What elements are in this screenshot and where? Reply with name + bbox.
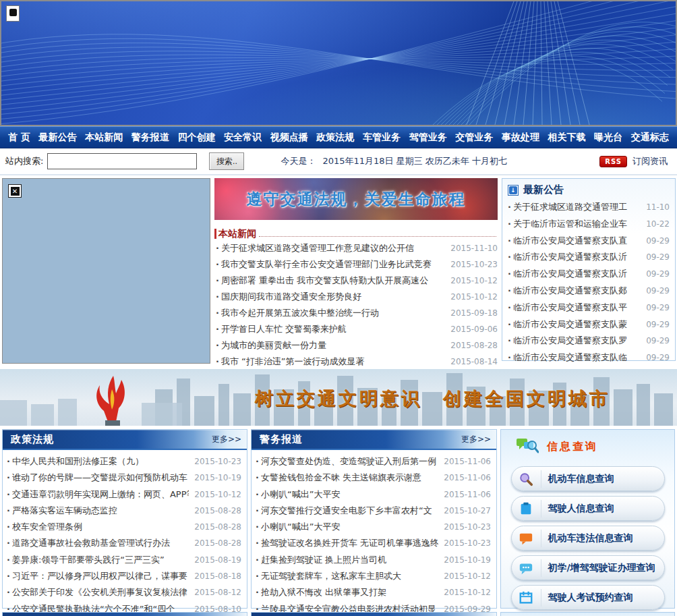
nav-item[interactable]: 曝光台 xyxy=(593,132,624,144)
list-item[interactable]: 河东交警推行交通安全电影下乡丰富农村“文2015-10-27 xyxy=(254,503,491,519)
article-link[interactable]: 捡驾驶证改名换姓开货车 无证司机肇事逃逸终 xyxy=(261,535,438,551)
nav-item[interactable]: 本站新闻 xyxy=(84,132,124,144)
list-item[interactable]: 临沂市公安局交通警察支队临09-29 xyxy=(506,349,670,366)
article-link[interactable]: 道路交通事故社会救助基金管理试行办法 xyxy=(12,535,189,551)
article-link[interactable]: 关于临沂市运管和运输企业车 xyxy=(513,216,641,232)
list-item[interactable]: 公安部关于印发《公安机关刑事复议复核法律2015-08-12 xyxy=(5,584,241,600)
list-item[interactable]: 开学首日人车忙 交警蜀黍来护航2015-09-06 xyxy=(214,321,498,337)
subscribe-link[interactable]: 订阅资讯 xyxy=(632,155,668,167)
nav-item[interactable]: 视频点播 xyxy=(269,132,310,144)
list-item[interactable]: 严格落实客运车辆动态监控2015-08-28 xyxy=(5,503,241,519)
article-link[interactable]: 临沂市公安局交通警察支队平 xyxy=(513,300,641,316)
nav-item[interactable]: 政策法规 xyxy=(315,132,355,144)
nav-item[interactable]: 相关下载 xyxy=(547,132,587,144)
nav-item[interactable]: 驾管业务 xyxy=(408,132,448,144)
list-item[interactable]: 国庆期间我市道路交通安全形势良好2015-10-12 xyxy=(214,289,498,305)
list-item[interactable]: 姜异康:领导干部要带头践行“三严三实”2015-08-19 xyxy=(5,552,241,568)
list-item[interactable]: 抢劫入狱不悔改 出狱肇事又打架2015-10-12 xyxy=(254,584,491,600)
list-item[interactable]: 小喇叭“喊出”大平安2015-11-06 xyxy=(254,486,491,503)
article-link[interactable]: 抢劫入狱不悔改 出狱肇事又打架 xyxy=(261,584,438,600)
list-item[interactable]: 关于征求城区道路交通管理工作意见建议的公开信2015-11-10 xyxy=(214,240,498,256)
article-link[interactable]: 公安部关于印发《公安机关刑事复议复核法律 xyxy=(12,584,189,600)
article-date: 2015-08-28 xyxy=(194,536,241,551)
article-link[interactable]: 为城市的美丽贡献一份力量 xyxy=(221,337,445,353)
article-link[interactable]: 国庆期间我市道路交通安全形势良好 xyxy=(221,289,445,304)
query-button[interactable]: 初学/增驾驾驶证办理查询 xyxy=(511,555,665,580)
article-link[interactable]: 严格落实客运车辆动态监控 xyxy=(12,503,189,518)
article-link[interactable]: 临沂市公安局交通警察支队蒙 xyxy=(513,316,641,333)
article-link[interactable]: 无证驾驶套牌车，这私家车主胆忒大 xyxy=(261,568,438,584)
list-item[interactable]: 交通违章罚款明年实现网上缴纳：网页、APP等2015-10-12 xyxy=(5,486,241,503)
article-link[interactable]: 校车安全管理条例 xyxy=(12,519,189,534)
list-item[interactable]: 谁动了你的号牌——交警提示如何预防机动车2015-10-19 xyxy=(5,470,241,486)
article-link[interactable]: 谁动了你的号牌——交警提示如何预防机动车 xyxy=(12,470,189,485)
article-link[interactable]: 小喇叭“喊出”大平安 xyxy=(261,486,438,502)
rss-icon[interactable]: RSS xyxy=(599,156,627,167)
list-item[interactable]: 我市今起开展第五波次集中整治统一行动2015-09-18 xyxy=(214,305,498,321)
query-button[interactable]: 驾驶人信息查询 xyxy=(511,496,665,521)
article-link[interactable]: 我市 “打非治违”第一波行动成效显著 xyxy=(221,354,445,369)
article-link[interactable]: 临沂市公安局交通警察支队沂 xyxy=(513,249,641,265)
list-item[interactable]: 为城市的美丽贡献一份力量2015-08-28 xyxy=(214,337,498,354)
nav-item[interactable]: 安全常识 xyxy=(223,132,263,144)
list-item[interactable]: 中华人民共和国刑法修正案（九）2015-10-23 xyxy=(5,453,241,470)
list-item[interactable]: 临沂市公安局交通警察支队沂09-29 xyxy=(506,266,670,283)
list-item[interactable]: 我市交警支队举行全市公安交通管理部门业务比武竞赛2015-10-23 xyxy=(214,256,498,273)
article-link[interactable]: 临沂市公安局交通警察支队郯 xyxy=(513,283,641,299)
list-item[interactable]: 我市 “打非治违”第一波行动成效显著2015-08-14 xyxy=(214,354,498,370)
list-item[interactable]: 临沂市公安局交通警察支队直09-29 xyxy=(506,233,670,250)
list-item[interactable]: 赶集捡到驾驶证 换上照片当司机2015-10-19 xyxy=(254,552,491,568)
nav-item[interactable]: 车管业务 xyxy=(361,132,402,144)
police-news-more-link[interactable]: 更多>> xyxy=(461,434,491,445)
nav-item[interactable]: 首 页 xyxy=(7,132,32,144)
list-item[interactable]: 临沂市公安局交通警察支队蒙09-29 xyxy=(506,316,670,333)
nav-item[interactable]: 警务报道 xyxy=(130,132,171,144)
list-item[interactable]: 习近平：严以修身严以用权严以律己，谋事要2015-08-18 xyxy=(5,568,241,584)
list-item[interactable]: 小喇叭“喊出”大平安2015-10-23 xyxy=(254,519,491,535)
article-link[interactable]: 女警捡钱包拾金不昧 失主送锦旗表示谢意 xyxy=(261,470,438,485)
article-link[interactable]: 关于征求城区道路交通管理工 xyxy=(513,199,641,215)
list-item[interactable]: 捡驾驶证改名换姓开货车 无证司机肇事逃逸终2015-10-23 xyxy=(254,535,491,551)
article-link[interactable]: 习近平：严以修身严以用权严以律己，谋事要 xyxy=(12,568,189,584)
article-link[interactable]: 河东交警查处伪造、变造驾驶证入刑后第一例 xyxy=(261,453,438,469)
article-date: 11-10 xyxy=(646,200,670,216)
article-link[interactable]: 临沂市公安局交通警察支队罗 xyxy=(513,333,641,349)
list-item[interactable]: 河东交警查处伪造、变造驾驶证入刑后第一例2015-11-06 xyxy=(254,453,491,470)
article-link[interactable]: 赶集捡到驾驶证 换上照片当司机 xyxy=(261,552,438,567)
nav-item[interactable]: 事故处理 xyxy=(500,132,541,144)
nav-item[interactable]: 四个创建 xyxy=(176,132,216,144)
nav-item[interactable]: 交管业务 xyxy=(454,132,494,144)
list-item[interactable]: 临沂市公安局交通警察支队沂09-29 xyxy=(506,249,670,266)
article-link[interactable]: 开学首日人车忙 交警蜀黍来护航 xyxy=(221,321,445,337)
query-button[interactable]: 机动车违法信息查询 xyxy=(511,526,665,551)
list-item[interactable]: 关于征求城区道路交通管理工11-10 xyxy=(506,199,670,216)
list-item[interactable]: 关于临沂市运管和运输企业车10-22 xyxy=(506,216,670,233)
list-item[interactable]: 周密部署 重拳出击 我市交警支队特勤大队开展高速公2015-10-12 xyxy=(214,273,498,289)
article-link[interactable]: 我市今起开展第五波次集中整治统一行动 xyxy=(221,305,445,320)
list-item[interactable]: 临沂市公安局交通警察支队平09-29 xyxy=(506,300,670,316)
nav-item[interactable]: 交通标志 xyxy=(630,132,670,144)
list-item[interactable]: 临沂市公安局交通警察支队罗09-29 xyxy=(506,333,670,349)
article-link[interactable]: 交通违章罚款明年实现网上缴纳：网页、APP等 xyxy=(12,486,189,502)
nav-item[interactable]: 最新公告 xyxy=(38,132,78,144)
article-link[interactable]: 河东交警推行交通安全电影下乡丰富农村“文 xyxy=(261,503,438,518)
article-link[interactable]: 关于征求城区道路交通管理工作意见建议的公开信 xyxy=(221,240,445,256)
query-button[interactable]: 驾驶人考试预约查询 xyxy=(511,585,665,610)
article-link[interactable]: 周密部署 重拳出击 我市交警支队特勤大队开展高速公 xyxy=(221,273,445,288)
article-link[interactable]: 临沂市公安局交通警察支队直 xyxy=(513,233,641,249)
search-input[interactable] xyxy=(47,153,197,169)
list-item[interactable]: 无证驾驶套牌车，这私家车主胆忒大2015-10-12 xyxy=(254,568,491,584)
list-item[interactable]: 女警捡钱包拾金不昧 失主送锦旗表示谢意2015-11-06 xyxy=(254,470,491,486)
list-item[interactable]: 临沂市公安局交通警察支队郯09-29 xyxy=(506,283,670,300)
article-link[interactable]: 中华人民共和国刑法修正案（九） xyxy=(12,453,189,469)
list-item[interactable]: 道路交通事故社会救助基金管理试行办法2015-08-28 xyxy=(5,535,241,551)
policy-more-link[interactable]: 更多>> xyxy=(212,434,241,445)
article-link[interactable]: 我市交警支队举行全市公安交通管理部门业务比武竞赛 xyxy=(221,256,445,272)
list-item[interactable]: 校车安全管理条例2015-08-28 xyxy=(5,519,241,535)
article-link[interactable]: 临沂市公安局交通警察支队临 xyxy=(513,349,641,366)
search-button[interactable]: 搜索.. xyxy=(209,152,244,170)
article-link[interactable]: 临沂市公安局交通警察支队沂 xyxy=(513,266,641,282)
article-link[interactable]: 小喇叭“喊出”大平安 xyxy=(261,519,438,534)
article-link[interactable]: 姜异康:领导干部要带头践行“三严三实” xyxy=(12,552,189,567)
query-button[interactable]: 机动车信息查询 xyxy=(511,466,665,491)
